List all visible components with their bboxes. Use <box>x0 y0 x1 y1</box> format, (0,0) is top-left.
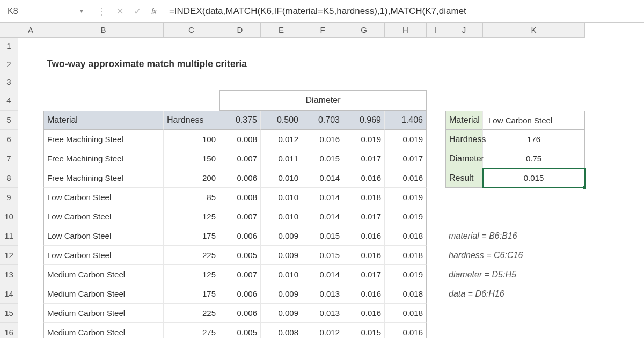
cell-data[interactable]: 0.016 <box>385 168 427 188</box>
cell-I[interactable] <box>427 54 445 74</box>
cell-hardness[interactable]: 85 <box>164 188 219 207</box>
header-diam-0[interactable]: 0.375 <box>219 111 261 130</box>
cell-data[interactable]: 0.016 <box>343 226 385 246</box>
cell-A[interactable] <box>18 74 43 90</box>
cell-data[interactable]: 0.018 <box>385 284 427 304</box>
cell-material[interactable]: Low Carbon Steel <box>43 207 164 226</box>
row-header-4[interactable]: 4 <box>0 90 18 111</box>
cell-G[interactable] <box>343 54 385 74</box>
col-header-C[interactable]: C <box>164 23 219 38</box>
cell-J[interactable] <box>445 74 483 90</box>
cell-data[interactable]: 0.006 <box>219 226 261 246</box>
cell-data[interactable]: 0.010 <box>261 168 302 188</box>
cell-K[interactable] <box>483 304 585 323</box>
cell-data[interactable]: 0.016 <box>343 304 385 323</box>
cell-data[interactable]: 0.014 <box>302 265 343 284</box>
cell-A[interactable] <box>18 323 43 338</box>
cells-area[interactable]: Two-way approximate match multiple crite… <box>18 38 585 338</box>
row-header-6[interactable]: 6 <box>0 130 18 149</box>
col-header-I[interactable]: I <box>427 23 445 38</box>
cell-data[interactable]: 0.018 <box>385 246 427 265</box>
lookup-hardness-value[interactable]: 176 <box>483 130 585 149</box>
cell-data[interactable]: 0.010 <box>261 207 302 226</box>
cell-data[interactable]: 0.015 <box>302 226 343 246</box>
cell-data[interactable]: 0.016 <box>385 323 427 338</box>
cell-data[interactable]: 0.014 <box>302 188 343 207</box>
cell-E[interactable] <box>261 38 302 54</box>
cell-hardness[interactable]: 175 <box>164 226 219 246</box>
cell-data[interactable]: 0.015 <box>302 149 343 168</box>
fx-icon[interactable]: fx <box>151 7 156 16</box>
cell-data[interactable]: 0.014 <box>302 168 343 188</box>
cell-material[interactable]: Medium Carbon Steel <box>43 284 164 304</box>
cell-material[interactable]: Free Machining Steel <box>43 149 164 168</box>
cell-A[interactable] <box>18 226 43 246</box>
cell-I[interactable] <box>427 90 445 111</box>
header-diam-1[interactable]: 0.500 <box>261 111 302 130</box>
row-header-8[interactable]: 8 <box>0 168 18 188</box>
cell-data[interactable]: 0.009 <box>261 246 302 265</box>
cell-H[interactable] <box>385 54 427 74</box>
cell-hardness[interactable]: 125 <box>164 265 219 284</box>
cell-hardness[interactable]: 175 <box>164 284 219 304</box>
cell-data[interactable]: 0.014 <box>302 207 343 226</box>
cell-H[interactable] <box>385 74 427 90</box>
cell-K[interactable] <box>483 188 585 207</box>
cell-data[interactable]: 0.009 <box>261 304 302 323</box>
cell-data[interactable]: 0.017 <box>343 265 385 284</box>
cell-data[interactable]: 0.010 <box>261 265 302 284</box>
cell-A[interactable] <box>18 207 43 226</box>
cell-J[interactable] <box>445 323 483 338</box>
row-header-2[interactable]: 2 <box>0 54 18 74</box>
diameter-heading[interactable]: Diameter <box>219 90 427 111</box>
header-diam-4[interactable]: 1.406 <box>385 111 427 130</box>
cell-J[interactable] <box>445 90 483 111</box>
cell-I[interactable] <box>427 168 445 188</box>
cell-hardness[interactable]: 225 <box>164 246 219 265</box>
cell-A[interactable] <box>18 130 43 149</box>
cell-data[interactable]: 0.005 <box>219 246 261 265</box>
cell-data[interactable]: 0.018 <box>343 188 385 207</box>
cell-I[interactable] <box>427 149 445 168</box>
cell-hardness[interactable]: 225 <box>164 304 219 323</box>
cell-material[interactable]: Low Carbon Steel <box>43 226 164 246</box>
cell-data[interactable]: 0.015 <box>302 246 343 265</box>
cell-G[interactable] <box>343 38 385 54</box>
lookup-result-value[interactable]: 0.015 <box>483 168 585 188</box>
cell-data[interactable]: 0.006 <box>219 304 261 323</box>
cell-A[interactable] <box>18 304 43 323</box>
cell-data[interactable]: 0.018 <box>385 226 427 246</box>
lookup-material-value[interactable]: Low Carbon Steel <box>483 111 585 130</box>
cell-data[interactable]: 0.007 <box>219 265 261 284</box>
col-header-A[interactable]: A <box>18 23 43 38</box>
cell-data[interactable]: 0.007 <box>219 149 261 168</box>
col-header-F[interactable]: F <box>302 23 343 38</box>
header-hardness[interactable]: Hardness <box>164 111 219 130</box>
cell-J[interactable] <box>445 304 483 323</box>
cell-data[interactable]: 0.006 <box>219 168 261 188</box>
cell-data[interactable]: 0.009 <box>261 226 302 246</box>
cell-B[interactable] <box>43 38 164 54</box>
header-diam-2[interactable]: 0.703 <box>302 111 343 130</box>
cell-A[interactable] <box>18 54 43 74</box>
cell-material[interactable]: Medium Carbon Steel <box>43 323 164 338</box>
cell-data[interactable]: 0.013 <box>302 284 343 304</box>
named-range-note[interactable]: diameter = D5:H5 <box>445 265 585 284</box>
cell-F[interactable] <box>302 74 343 90</box>
name-box[interactable]: K8 <box>4 5 79 17</box>
cell-C[interactable] <box>164 38 219 54</box>
cell-material[interactable]: Low Carbon Steel <box>43 246 164 265</box>
col-header-D[interactable]: D <box>219 23 261 38</box>
cell-B[interactable] <box>43 90 164 111</box>
name-box-wrap[interactable]: K8 ▼ <box>0 0 89 22</box>
cell-F[interactable] <box>302 38 343 54</box>
row-header-3[interactable]: 3 <box>0 74 18 90</box>
cell-I[interactable] <box>427 74 445 90</box>
cell-A[interactable] <box>18 90 43 111</box>
cell-A[interactable] <box>18 265 43 284</box>
page-title[interactable]: Two-way approximate match multiple crite… <box>43 54 302 74</box>
cell-data[interactable]: 0.010 <box>261 188 302 207</box>
cell-material[interactable]: Medium Carbon Steel <box>43 265 164 284</box>
row-header-13[interactable]: 13 <box>0 265 18 284</box>
cell-E[interactable] <box>261 74 302 90</box>
